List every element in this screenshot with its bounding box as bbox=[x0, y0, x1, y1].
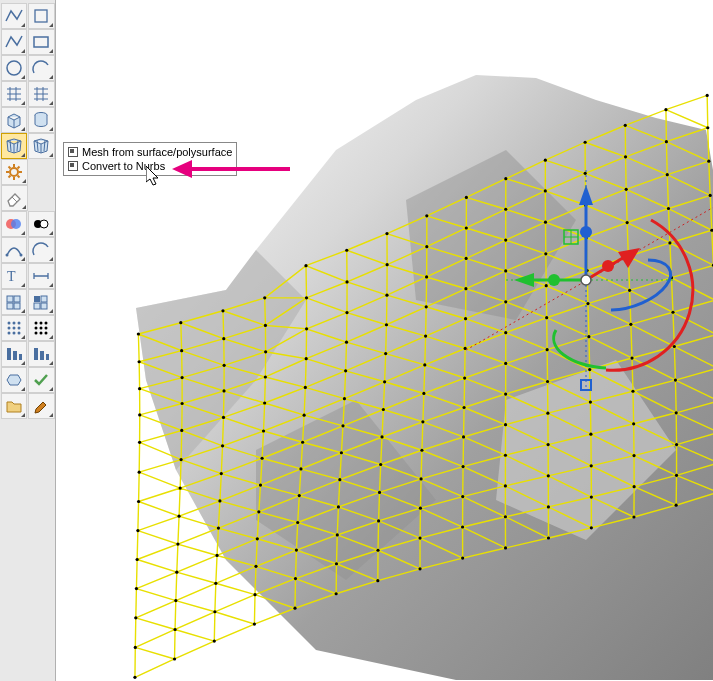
svg-point-92 bbox=[264, 375, 267, 378]
svg-point-4 bbox=[10, 168, 18, 176]
svg-point-68 bbox=[504, 208, 507, 211]
svg-point-113 bbox=[504, 300, 507, 303]
svg-point-25 bbox=[17, 326, 20, 329]
svg-rect-0 bbox=[35, 10, 47, 22]
svg-point-112 bbox=[464, 317, 467, 320]
svg-point-57 bbox=[664, 108, 667, 111]
svg-point-185 bbox=[461, 465, 464, 468]
svg-point-49 bbox=[345, 249, 348, 252]
svg-point-20 bbox=[7, 321, 10, 324]
solid-cylinder-button[interactable] bbox=[28, 107, 55, 133]
rectangle-button[interactable] bbox=[28, 29, 55, 55]
svg-point-79 bbox=[345, 311, 348, 314]
svg-point-232 bbox=[675, 504, 678, 507]
viewport[interactable] bbox=[56, 0, 713, 681]
svg-point-80 bbox=[385, 294, 388, 297]
svg-point-169 bbox=[379, 463, 382, 466]
svg-point-172 bbox=[504, 423, 507, 426]
svg-point-238 bbox=[580, 226, 592, 238]
tooltip-line2: Convert to Nurbs bbox=[82, 159, 165, 173]
arc-button[interactable] bbox=[28, 55, 55, 81]
chain-edges-button[interactable] bbox=[1, 3, 28, 29]
gears-button[interactable] bbox=[1, 159, 28, 185]
mesh-button[interactable] bbox=[1, 133, 28, 159]
svg-point-136 bbox=[220, 472, 223, 475]
svg-point-21 bbox=[12, 321, 15, 324]
svg-rect-1 bbox=[34, 37, 48, 47]
svg-point-216 bbox=[590, 495, 593, 498]
polyline-button[interactable] bbox=[1, 29, 28, 55]
svg-point-90 bbox=[181, 402, 184, 405]
svg-point-61 bbox=[222, 337, 225, 340]
solid-box-button[interactable] bbox=[1, 107, 28, 133]
eraser-button[interactable] bbox=[1, 185, 28, 211]
svg-point-64 bbox=[345, 280, 348, 283]
svg-point-34 bbox=[45, 326, 48, 329]
svg-point-152 bbox=[259, 483, 262, 486]
analysis-check-button[interactable] bbox=[28, 367, 55, 393]
boolean-union-button[interactable] bbox=[1, 367, 28, 393]
grid-snap-button[interactable] bbox=[1, 81, 28, 107]
dimension-button[interactable] bbox=[28, 263, 55, 289]
color-swatch-button[interactable] bbox=[28, 211, 55, 237]
plane-button[interactable] bbox=[28, 81, 55, 107]
tween-curves-button[interactable] bbox=[28, 237, 55, 263]
svg-rect-39 bbox=[13, 351, 17, 360]
svg-point-102 bbox=[667, 207, 670, 210]
svg-point-131 bbox=[628, 289, 631, 292]
svg-point-154 bbox=[340, 451, 343, 454]
svg-rect-15 bbox=[14, 303, 20, 309]
svg-point-29 bbox=[35, 321, 38, 324]
array-button[interactable] bbox=[1, 315, 28, 341]
svg-point-225 bbox=[376, 579, 379, 582]
align-button[interactable] bbox=[28, 3, 55, 29]
svg-point-149 bbox=[136, 529, 139, 532]
svg-rect-18 bbox=[34, 303, 40, 309]
svg-point-9 bbox=[5, 253, 8, 256]
svg-point-191 bbox=[134, 616, 137, 619]
svg-point-211 bbox=[376, 549, 379, 552]
svg-point-72 bbox=[665, 140, 668, 143]
svg-point-204 bbox=[675, 443, 678, 446]
svg-point-26 bbox=[7, 331, 10, 334]
svg-point-221 bbox=[213, 639, 216, 642]
svg-point-190 bbox=[675, 411, 678, 414]
svg-point-202 bbox=[590, 464, 593, 467]
circle-button[interactable] bbox=[1, 55, 28, 81]
svg-rect-12 bbox=[7, 296, 13, 302]
svg-point-129 bbox=[545, 316, 548, 319]
mesh-convert-button[interactable] bbox=[28, 133, 55, 159]
svg-point-95 bbox=[385, 323, 388, 326]
curve-from-two-views-button[interactable] bbox=[1, 237, 28, 263]
svg-point-209 bbox=[294, 577, 297, 580]
svg-rect-40 bbox=[19, 354, 22, 360]
svg-point-163 bbox=[136, 558, 139, 561]
svg-point-35 bbox=[35, 331, 38, 334]
text-button[interactable]: T bbox=[1, 263, 28, 289]
svg-point-109 bbox=[344, 369, 347, 372]
paint-button[interactable] bbox=[28, 393, 55, 419]
svg-point-124 bbox=[343, 397, 346, 400]
layers-button[interactable] bbox=[1, 211, 28, 237]
svg-point-50 bbox=[385, 232, 388, 235]
block-edit-button[interactable] bbox=[28, 289, 55, 315]
distribute-button[interactable] bbox=[28, 341, 55, 367]
svg-point-111 bbox=[424, 334, 427, 337]
svg-point-167 bbox=[298, 494, 301, 497]
svg-point-105 bbox=[180, 429, 183, 432]
svg-point-31 bbox=[45, 321, 48, 324]
tooltip-line1: Mesh from surface/polysurface bbox=[82, 145, 232, 159]
open-folder-button[interactable] bbox=[1, 393, 28, 419]
svg-point-89 bbox=[138, 413, 141, 416]
block-manager-button[interactable] bbox=[1, 289, 28, 315]
svg-point-180 bbox=[256, 537, 259, 540]
svg-point-158 bbox=[504, 392, 507, 395]
align-objects-button[interactable] bbox=[1, 341, 28, 367]
svg-point-188 bbox=[589, 433, 592, 436]
svg-point-45 bbox=[179, 321, 182, 324]
matrix-button[interactable] bbox=[28, 315, 55, 341]
svg-point-241 bbox=[548, 274, 560, 286]
svg-point-166 bbox=[257, 510, 260, 513]
svg-point-143 bbox=[504, 362, 507, 365]
svg-point-183 bbox=[378, 491, 381, 494]
